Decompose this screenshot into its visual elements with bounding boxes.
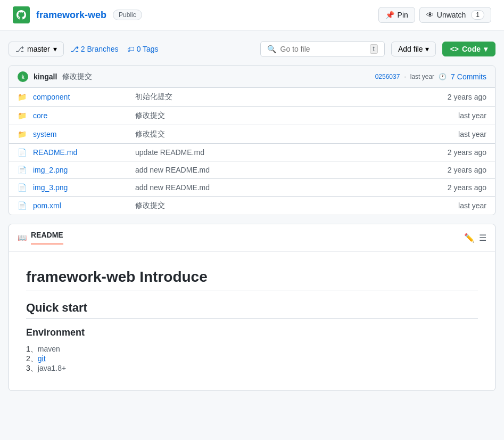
readme-section: 📖 README ✏️ ☰ framework-web Introduce Qu… xyxy=(9,224,495,391)
file-time: 2 years ago xyxy=(428,166,486,174)
branch-name: master xyxy=(27,45,50,53)
go-to-file-input[interactable] xyxy=(280,45,366,53)
table-row: 📁 core 修改提交 last year xyxy=(9,107,495,125)
chevron-down-icon: ▾ xyxy=(484,45,488,53)
unwatch-count: 1 xyxy=(471,10,484,20)
table-row: 📄 img_2.png add new README.md 2 years ag… xyxy=(9,161,495,179)
file-commit: 初始化提交 xyxy=(135,92,422,102)
folder-icon: 📁 xyxy=(18,93,27,101)
file-name: core xyxy=(33,111,129,120)
git-link[interactable]: git xyxy=(38,354,46,363)
file-name: img_2.png xyxy=(33,166,129,174)
add-file-button[interactable]: Add file ▾ xyxy=(391,42,436,56)
file-commit: 修改提交 xyxy=(135,129,422,139)
table-row: 📄 img_3.png add new README.md 2 years ag… xyxy=(9,179,495,197)
readme-env-list: 1、maven 2、git 3、java1.8+ xyxy=(26,345,478,373)
chevron-down-icon: ▾ xyxy=(53,45,57,53)
repo-toolbar: ⎇ master ▾ ⎇ 2 Branches 🏷 0 Tags 🔍 t Add… xyxy=(9,41,495,57)
clock-icon: 🕐 xyxy=(439,73,447,80)
book-icon: 📖 xyxy=(18,233,27,242)
file-table: k kingall 修改提交 0256037 · last year 🕐 7 C… xyxy=(9,66,495,215)
file-name-link[interactable]: system xyxy=(33,130,56,138)
go-to-file-container: 🔍 t xyxy=(260,41,385,57)
commit-message: 修改提交 xyxy=(62,72,92,82)
file-name-link[interactable]: component xyxy=(33,93,70,101)
commit-header: k kingall 修改提交 0256037 · last year 🕐 7 C… xyxy=(9,66,495,88)
commit-meta: 0256037 · last year 🕐 7 Commits xyxy=(375,72,486,81)
list-item: 3、java1.8+ xyxy=(26,364,478,373)
folder-icon: 📁 xyxy=(18,111,27,120)
file-icon: 📄 xyxy=(18,166,27,174)
file-icon: 📄 xyxy=(18,201,27,210)
branch-selector[interactable]: ⎇ master ▾ xyxy=(9,42,64,56)
file-commit: 修改提交 xyxy=(135,201,422,210)
avatar: k xyxy=(18,71,28,82)
file-commit: update README.md xyxy=(135,148,422,157)
table-row: 📄 README.md update README.md 2 years ago xyxy=(9,144,495,161)
commit-hash-time: last year xyxy=(410,73,434,80)
repo-actions: 📌 Pin 👁 Unwatch 1 xyxy=(378,7,491,23)
branches-link[interactable]: ⎇ 2 Branches xyxy=(70,45,119,53)
file-time: last year xyxy=(428,130,486,138)
tag-icon: 🏷 xyxy=(127,45,135,53)
file-time: last year xyxy=(428,201,486,210)
file-time: 2 years ago xyxy=(428,183,486,192)
file-commit: add new README.md xyxy=(135,183,422,192)
code-icon: <> xyxy=(450,45,459,53)
file-name: README.md xyxy=(33,148,129,157)
repo-name[interactable]: framework-web xyxy=(36,10,106,21)
readme-content: framework-web Introduce Quick start Envi… xyxy=(9,251,495,390)
commits-link[interactable]: 7 Commits xyxy=(451,72,486,81)
go-to-file-shortcut: t xyxy=(370,44,378,54)
readme-title: README xyxy=(31,231,63,245)
file-name-link[interactable]: README.md xyxy=(33,148,77,157)
repo-meta-links: ⎇ 2 Branches 🏷 0 Tags xyxy=(70,45,159,53)
readme-h3-environment: Environment xyxy=(26,327,478,338)
chevron-down-icon: ▾ xyxy=(425,45,429,53)
readme-h2-quick-start: Quick start xyxy=(26,301,478,319)
commit-user: kingall xyxy=(34,72,57,81)
table-row: 📄 pom.xml 修改提交 last year xyxy=(9,197,495,215)
list-item: 1、maven xyxy=(26,345,478,354)
file-time: last year xyxy=(428,111,486,120)
file-name-link[interactable]: img_3.png xyxy=(33,183,68,192)
commit-hash-separator: · xyxy=(404,73,406,80)
file-icon: 📄 xyxy=(18,183,27,192)
commit-hash-link[interactable]: 0256037 xyxy=(375,73,400,80)
readme-header: 📖 README ✏️ ☰ xyxy=(9,224,495,251)
folder-icon: 📁 xyxy=(18,130,27,138)
pin-button[interactable]: 📌 Pin xyxy=(378,7,415,23)
file-icon: 📄 xyxy=(18,148,27,157)
file-time: 2 years ago xyxy=(428,148,486,157)
readme-actions: ✏️ ☰ xyxy=(464,233,486,243)
branch-icon: ⎇ xyxy=(15,45,24,53)
main-content: ⎇ master ▾ ⎇ 2 Branches 🏷 0 Tags 🔍 t Add… xyxy=(0,30,504,402)
repo-logo xyxy=(13,6,30,23)
file-name-link[interactable]: pom.xml xyxy=(33,201,61,210)
list-item: 2、git xyxy=(26,354,478,364)
repo-visibility-badge: Public xyxy=(113,10,142,20)
file-commit: add new README.md xyxy=(135,166,422,174)
unwatch-button[interactable]: 👁 Unwatch 1 xyxy=(419,7,491,23)
file-time: 2 years ago xyxy=(428,93,486,101)
file-name: component xyxy=(33,93,129,101)
table-row: 📁 system 修改提交 last year xyxy=(9,125,495,144)
repo-header: framework-web Public 📌 Pin 👁 Unwatch 1 xyxy=(0,0,504,30)
search-icon: 🔍 xyxy=(267,45,276,53)
branch-meta-icon: ⎇ xyxy=(70,45,79,53)
file-name: system xyxy=(33,130,129,138)
readme-h1: framework-web Introduce xyxy=(26,268,478,290)
readme-toc-button[interactable]: ☰ xyxy=(479,233,486,243)
code-button[interactable]: <> Code ▾ xyxy=(442,42,495,56)
readme-edit-button[interactable]: ✏️ xyxy=(464,233,475,243)
tags-link[interactable]: 🏷 0 Tags xyxy=(127,45,159,53)
file-name: img_3.png xyxy=(33,183,129,192)
eye-icon: 👁 xyxy=(426,11,434,19)
file-name-link[interactable]: core xyxy=(33,111,47,120)
file-name-link[interactable]: img_2.png xyxy=(33,166,68,174)
pin-icon: 📌 xyxy=(385,11,394,19)
file-name: pom.xml xyxy=(33,201,129,210)
table-row: 📁 component 初始化提交 2 years ago xyxy=(9,88,495,107)
file-commit: 修改提交 xyxy=(135,111,422,120)
